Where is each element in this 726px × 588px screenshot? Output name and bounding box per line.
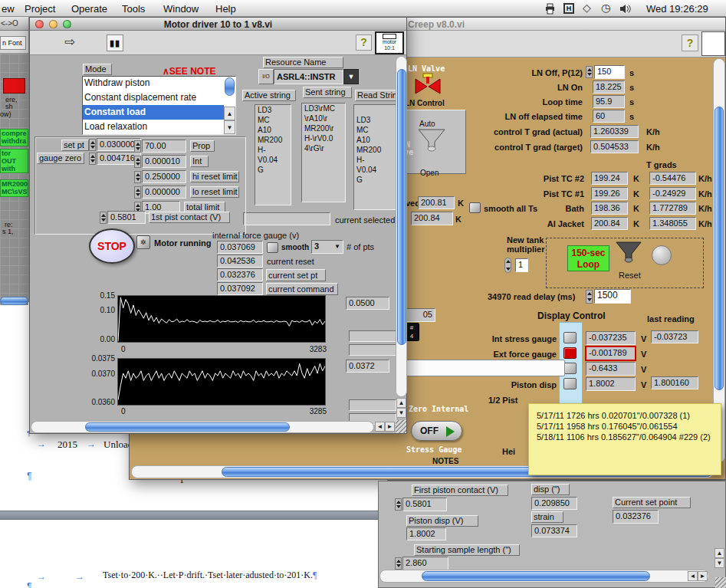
y-tick: 0.15 xyxy=(89,291,115,300)
resize-grip[interactable] xyxy=(396,420,406,433)
y-tick: 0.0375 xyxy=(83,354,115,363)
lo-reset-field[interactable]: 0.000000 xyxy=(142,186,186,199)
lo-reset-spinner[interactable] xyxy=(134,186,141,199)
gauge-v3-field: 0.032376 xyxy=(217,268,263,281)
motor-window-title: Motor driver 10 to 1 v8.vi xyxy=(30,19,406,30)
gauge-zero-spinner[interactable] xyxy=(89,153,96,165)
read-string-list[interactable]: LD3 MC A10 MR200 H- V0.04 G xyxy=(353,104,398,210)
gauge-v2-field: 0.042536 xyxy=(217,255,263,268)
force-gauge-chart xyxy=(117,295,326,343)
desktop: ¶ → 2015 → Unload ¶ 1 → → Tset·to·200·K.… xyxy=(0,0,726,588)
combo-dropdown-button[interactable]: ▼ xyxy=(343,69,359,84)
motor-toolbar xyxy=(30,31,406,55)
sent-string-list[interactable]: LD3\rMC \rA10\r MR200\r H-\rV0.0 4\rG\r xyxy=(301,103,346,202)
current-command-label: current command xyxy=(266,283,338,295)
diamond-icon[interactable]: ◇ xyxy=(583,2,591,14)
mode-label: Mode xyxy=(83,64,112,75)
scroll-right-arrow[interactable]: ► xyxy=(385,422,395,432)
npts-label: # of pts xyxy=(347,242,394,251)
motor-hscrollbar[interactable] xyxy=(31,421,374,433)
chart2-value-field: 0.0372 xyxy=(346,360,389,373)
hi-reset-spinner[interactable] xyxy=(134,171,141,183)
y-tick: 0.0360 xyxy=(83,398,115,406)
mode-item[interactable]: Withdraw piston xyxy=(84,77,149,88)
menu-item-help[interactable]: Help xyxy=(215,3,236,15)
mode-scroll-down[interactable]: ▼ xyxy=(224,120,235,134)
volume-icon[interactable] xyxy=(619,4,631,14)
menu-item-operate[interactable]: Operate xyxy=(71,3,107,15)
active-string-header: Active string xyxy=(242,90,296,101)
smooth-label: smooth xyxy=(281,243,309,251)
smooth-toggle[interactable] xyxy=(267,242,278,253)
mode-item[interactable]: Constant displacement rate xyxy=(84,92,196,103)
printer-icon[interactable] xyxy=(544,3,556,15)
motor-vscroll-thumb[interactable] xyxy=(397,69,406,345)
y-tick: 0.10 xyxy=(89,306,115,314)
help-button[interactable]: ? xyxy=(356,34,372,51)
x-tick: 0 xyxy=(121,407,126,416)
mode-item[interactable]: Load relaxation xyxy=(84,121,147,132)
mode-item-selected[interactable]: Constant load xyxy=(84,107,146,117)
clock-icon[interactable]: ◷ xyxy=(601,2,610,14)
int-spinner[interactable] xyxy=(134,156,141,168)
scroll-up-arrow[interactable]: ▲ xyxy=(396,398,406,408)
chart1-value-field: 0.0500 xyxy=(346,297,389,310)
active-string-list[interactable]: LD3 MC A10 MR200 H- V0.04 G xyxy=(255,104,291,205)
lo-reset-label: lo reset limit xyxy=(190,186,239,198)
minimize-button[interactable] xyxy=(49,20,57,28)
prop-field[interactable]: 70.00 xyxy=(142,140,186,153)
current-selected-field xyxy=(243,212,330,225)
int-label: Int xyxy=(190,156,209,167)
zoom-button[interactable] xyxy=(63,20,71,28)
resource-combo[interactable]: ASRL4::INSTR xyxy=(274,69,343,84)
gauge-v1-field: 0.037069 xyxy=(217,241,263,254)
int-field[interactable]: 0.000010 xyxy=(142,155,186,168)
gauge-v4-field: 0.037092 xyxy=(217,282,263,295)
menu-clock: Wed 19:26:29 xyxy=(646,3,708,15)
battery-icon xyxy=(383,34,396,39)
set-pt-label: set pt xyxy=(61,140,89,151)
stop-button[interactable]: STOP xyxy=(89,228,135,264)
run-button[interactable]: ⇨ xyxy=(64,34,75,50)
pause-button[interactable]: ▮▮ xyxy=(107,34,123,51)
menu-item-window[interactable]: Window xyxy=(163,3,199,15)
read-string-header: Read String xyxy=(355,90,396,101)
sent-string-header: Sent string xyxy=(303,87,352,98)
first-contact-label: 1st pist contact (V) xyxy=(149,212,230,223)
scroll-down-arrow[interactable]: ▼ xyxy=(396,408,406,418)
motor-running-led[interactable]: ✲ xyxy=(136,235,150,249)
mode-scroll-up[interactable]: ▲ xyxy=(224,107,235,120)
current-selected-label: current selected disp xyxy=(335,215,396,225)
menu-bar-bg xyxy=(0,0,726,17)
menu-item-tools[interactable]: Tools xyxy=(122,3,145,15)
menu-item-fragment[interactable]: ew xyxy=(2,3,15,15)
scroll-left-arrow[interactable]: ◄ xyxy=(375,422,385,432)
x-tick: 0 xyxy=(121,345,126,353)
x-tick: 3285 xyxy=(296,407,327,416)
gauge-zero-label: gauge zero xyxy=(37,153,84,164)
y-tick: 0.0370 xyxy=(83,370,115,378)
first-contact-field[interactable]: 0.5801 xyxy=(107,211,146,224)
io-icon: I/O xyxy=(258,69,274,84)
close-button[interactable] xyxy=(35,20,44,28)
pause-icon: ▮▮ xyxy=(110,38,120,48)
empty-field xyxy=(349,399,396,411)
motor-hscroll-thumb[interactable] xyxy=(85,422,290,432)
prop-spinner[interactable] xyxy=(134,140,141,153)
set-pt-chart xyxy=(117,358,326,406)
npts-dropdown[interactable]: 3▼ xyxy=(311,240,343,254)
motor-window: Motor driver 10 to 1 v8.vi ⇨ ▮▮ ? motor … xyxy=(0,0,726,588)
motor-vscrollbar[interactable] xyxy=(396,56,407,397)
first-contact-spinner[interactable] xyxy=(100,212,107,224)
mode-scroll-thumb[interactable] xyxy=(225,77,235,96)
x-tick: 3283 xyxy=(296,345,327,353)
hi-reset-label: hi reset limit xyxy=(190,171,239,182)
menu-item-project[interactable]: Project xyxy=(25,3,55,15)
current-reset-label: current reset xyxy=(267,257,314,266)
set-pt-spinner[interactable] xyxy=(89,139,96,151)
h-box-icon[interactable]: H xyxy=(563,3,574,14)
motor-running-label: Motor running xyxy=(154,238,212,248)
chevron-down-icon: ▼ xyxy=(334,241,340,252)
current-set-pt-label: current set pt xyxy=(266,269,326,281)
hi-reset-field[interactable]: 0.250000 xyxy=(142,170,186,183)
